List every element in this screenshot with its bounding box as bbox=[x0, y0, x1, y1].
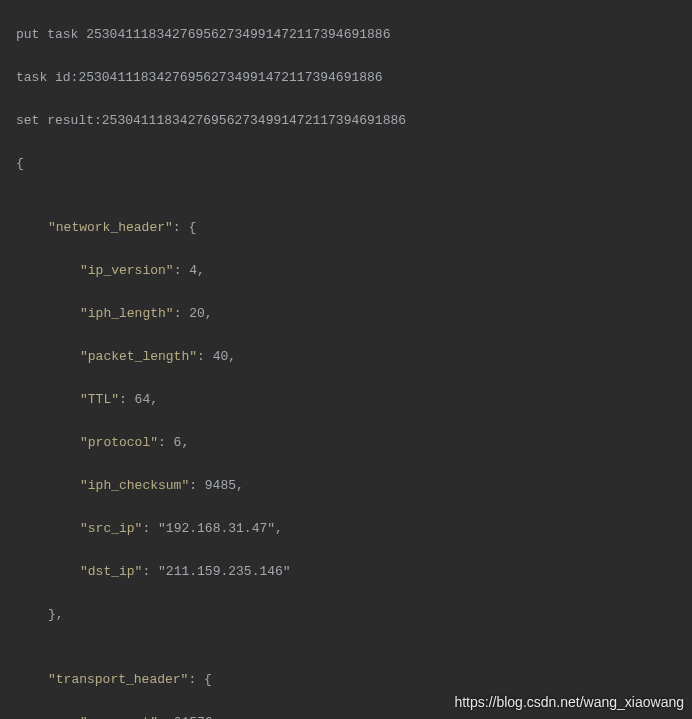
key-network-header: "network_header" bbox=[48, 220, 173, 235]
row-protocol: "protocol": 6, bbox=[16, 432, 684, 454]
watermark: https://blog.csdn.net/wang_xiaowang bbox=[454, 692, 684, 714]
line-set-result: set result:25304111834276956273499147211… bbox=[16, 110, 684, 132]
line-task-id: task id:25304111834276956273499147211739… bbox=[16, 67, 684, 89]
network-header-open: "network_header": { bbox=[16, 217, 684, 239]
row-dst-ip: "dst_ip": "211.159.235.146" bbox=[16, 561, 684, 583]
console-output: put task 2530411183427695627349914721173… bbox=[0, 0, 692, 719]
network-header-close: }, bbox=[16, 604, 684, 626]
row-iph-checksum: "iph_checksum": 9485, bbox=[16, 475, 684, 497]
row-packet-length: "packet_length": 40, bbox=[16, 346, 684, 368]
brace-open: { bbox=[16, 153, 684, 175]
row-iph-length: "iph_length": 20, bbox=[16, 303, 684, 325]
row-ip-version: "ip_version": 4, bbox=[16, 260, 684, 282]
key-transport-header: "transport_header" bbox=[48, 672, 188, 687]
line-put-task: put task 2530411183427695627349914721173… bbox=[16, 24, 684, 46]
transport-header-open: "transport_header": { bbox=[16, 669, 684, 691]
row-ttl: "TTL": 64, bbox=[16, 389, 684, 411]
row-src-ip: "src_ip": "192.168.31.47", bbox=[16, 518, 684, 540]
